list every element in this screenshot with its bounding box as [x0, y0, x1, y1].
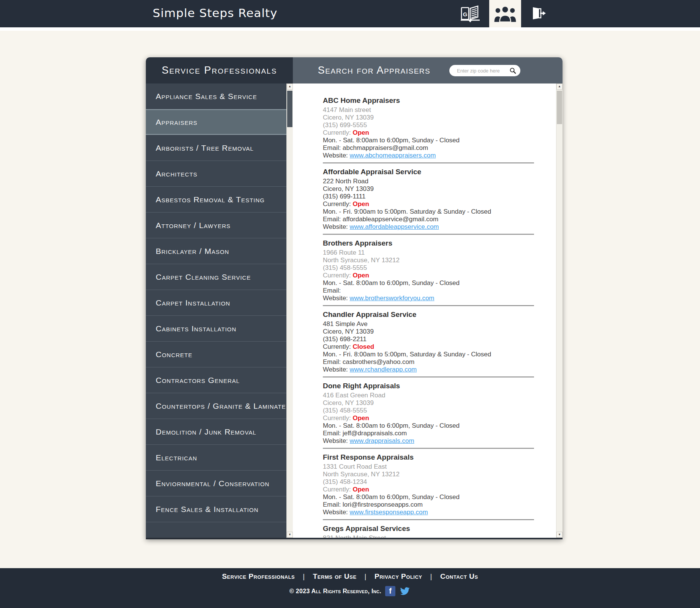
listing-separator: [323, 519, 534, 520]
listing-name: ABC Home Appraisers: [323, 96, 534, 106]
sidebar-item[interactable]: Fence Sales & Installation: [146, 496, 286, 522]
sidebar-item[interactable]: Asbestos Removal & Testing: [146, 187, 286, 213]
sidebar-scroll-up-icon[interactable]: ▲: [287, 83, 293, 90]
footer-link-service-professionals[interactable]: Service Professionals: [222, 572, 295, 580]
listing-hours: Mon. - Sat. 8:00am to 6:00pm, Sunday - C…: [323, 279, 534, 287]
email-value: abchmappraisers@gmail.com: [343, 144, 428, 151]
content-scroll-up-icon[interactable]: ▲: [556, 83, 563, 90]
email-value: lori@firstresponseapps.com: [343, 501, 423, 508]
website-link[interactable]: www.abchomeappraisers.com: [350, 152, 436, 159]
zip-search-input[interactable]: [456, 68, 509, 74]
sidebar-item-label: Carpet Installation: [156, 298, 230, 307]
sidebar-item-label: Asbestos Removal & Testing: [156, 195, 265, 204]
sidebar-scroll-down-icon[interactable]: ▼: [287, 532, 293, 538]
sidebar: Service Professionals Appliance Sales & …: [146, 57, 293, 538]
sidebar-item[interactable]: Attorney / Lawyers: [146, 213, 286, 238]
listing-address1: 1331 Court Road East: [323, 463, 534, 471]
twitter-icon[interactable]: [399, 586, 411, 596]
sidebar-item[interactable]: Cabinets Installation: [146, 316, 286, 342]
listing-status-row: Currently: Open: [323, 272, 534, 279]
listing-entry: ABC Home Appraisers 4147 Main street Cic…: [323, 96, 534, 164]
content-header: Search for Appraisers: [293, 57, 563, 83]
listing-hours: Mon. - Sat. 8:00am to 6:00pm, Sunday - C…: [323, 137, 534, 144]
brand-logo-text: Simple Steps Realty: [153, 6, 278, 20]
main-panel: Service Professionals Appliance Sales & …: [146, 57, 563, 539]
listing-separator: [323, 305, 534, 306]
content-scrollbar-thumb[interactable]: [557, 91, 562, 124]
sidebar-item[interactable]: Appliance Sales & Service: [146, 83, 286, 109]
listing-separator: [323, 376, 534, 378]
sidebar-item[interactable]: Architects: [146, 161, 286, 187]
listing-address2: Cicero, NY 13039: [323, 328, 534, 336]
members-group-icon[interactable]: [489, 0, 521, 27]
sidebar-item[interactable]: Countertops / Granite & Laminate: [146, 393, 286, 419]
listing-name: Gregs Appraisal Services: [323, 524, 534, 534]
sidebar-item-label: Concrete: [156, 350, 193, 359]
website-link[interactable]: www.brothersworkforyou.com: [350, 295, 435, 302]
listing-website-row: Website: www.drappraisals.com: [323, 437, 534, 445]
footer: Service Professionals|Terms of Use|Priva…: [0, 568, 700, 608]
sidebar-item[interactable]: Bricklayer / Mason: [146, 238, 286, 264]
content-title: Search for Appraisers: [293, 65, 563, 76]
email-label: Email:: [323, 358, 343, 365]
listing-status-row: Currently: Open: [323, 486, 534, 493]
footer-link-terms-of-use[interactable]: Terms of Use: [313, 572, 357, 580]
status-label: Currently:: [323, 272, 352, 279]
facebook-icon[interactable]: f: [385, 586, 395, 596]
status-value: Closed: [352, 343, 374, 350]
email-value: jeff@drappraisals.com: [343, 430, 407, 437]
website-link[interactable]: www.firstsesponseapp.com: [350, 509, 428, 516]
footer-link-privacy-policy[interactable]: Privacy Policy: [374, 572, 422, 580]
sidebar-item[interactable]: Electrican: [146, 445, 286, 471]
listing-hours: Mon. - Fri. 9:00am to 5:00pm. Saturday &…: [323, 208, 534, 216]
sidebar-item-label: Bricklayer / Mason: [156, 247, 229, 256]
top-bar: Simple Steps Realty G: [0, 0, 700, 27]
website-label: Website:: [323, 437, 350, 444]
website-link[interactable]: www.drappraisals.com: [350, 437, 414, 444]
listing-email-row: Email: abchmappraisers@gmail.com: [323, 144, 534, 152]
listings: ABC Home Appraisers 4147 Main street Cic…: [293, 83, 556, 538]
sidebar-item[interactable]: Contractors General: [146, 367, 286, 393]
listing-website-row: Website: www.abchomeappraisers.com: [323, 152, 534, 159]
listing-name: Brothers Appraisers: [323, 238, 534, 248]
sidebar-item-label: Cabinets Installation: [156, 324, 236, 333]
magnifier-icon[interactable]: [509, 67, 516, 74]
sidebar-item-label: Arborists / Tree Removal: [156, 143, 254, 153]
sidebar-item[interactable]: Arborists / Tree Removal: [146, 135, 286, 161]
header-divider-strip: [0, 27, 700, 31]
listing-email-row: Email:: [323, 287, 534, 295]
sidebar-item[interactable]: Demolition / Junk Removal: [146, 419, 286, 445]
sidebar-item-label: Appraisers: [156, 118, 198, 127]
content-scroll-down-icon[interactable]: ▼: [556, 532, 563, 538]
sidebar-item-label: Carpet Cleaning Service: [156, 272, 251, 282]
content-scrollbar[interactable]: ▲ ▼: [556, 83, 563, 538]
sidebar-item[interactable]: Enviornmental / Conservation: [146, 471, 286, 496]
website-link[interactable]: www.rchandlerapp.com: [350, 366, 417, 373]
website-label: Website:: [323, 509, 350, 516]
listing-name: First Response Appraisals: [323, 452, 534, 462]
logout-door-icon[interactable]: [530, 6, 546, 21]
footer-separator: |: [365, 572, 367, 580]
website-label: Website:: [323, 152, 350, 159]
guide-book-icon[interactable]: G: [460, 5, 480, 23]
sidebar-scrollbar[interactable]: ▲ ▼: [286, 83, 293, 538]
listing-website-row: Website: www.brothersworkforyou.com: [323, 295, 534, 302]
copyright-text: © 2023 All Rights Reserved, Inc.: [289, 588, 381, 595]
listing-entry: Gregs Appraisal Services 821 North Main …: [323, 524, 534, 538]
listing-address1: 1966 Route 11: [323, 249, 534, 257]
status-value: Open: [352, 200, 369, 208]
footer-link-contact-us[interactable]: Contact Us: [440, 572, 478, 580]
sidebar-item[interactable]: Carpet Installation: [146, 290, 286, 316]
sidebar-item[interactable]: Appraisers: [146, 109, 286, 135]
listing-address2: Cicero, NY 13039: [323, 185, 534, 193]
sidebar-item[interactable]: Carpet Cleaning Service: [146, 264, 286, 290]
website-link[interactable]: www.affordableappservice.com: [350, 223, 439, 230]
listing-email-row: Email: lori@firstresponseapps.com: [323, 501, 534, 509]
listing-hours: Mon. - Sat. 8:00am to 6:00pm, Sunday - C…: [323, 493, 534, 501]
status-value: Open: [352, 414, 369, 422]
listing-separator: [323, 234, 534, 235]
sidebar-item[interactable]: Concrete: [146, 342, 286, 367]
sidebar-header: Service Professionals: [146, 57, 293, 83]
email-label: Email:: [323, 287, 341, 294]
sidebar-scrollbar-thumb[interactable]: [287, 91, 292, 127]
